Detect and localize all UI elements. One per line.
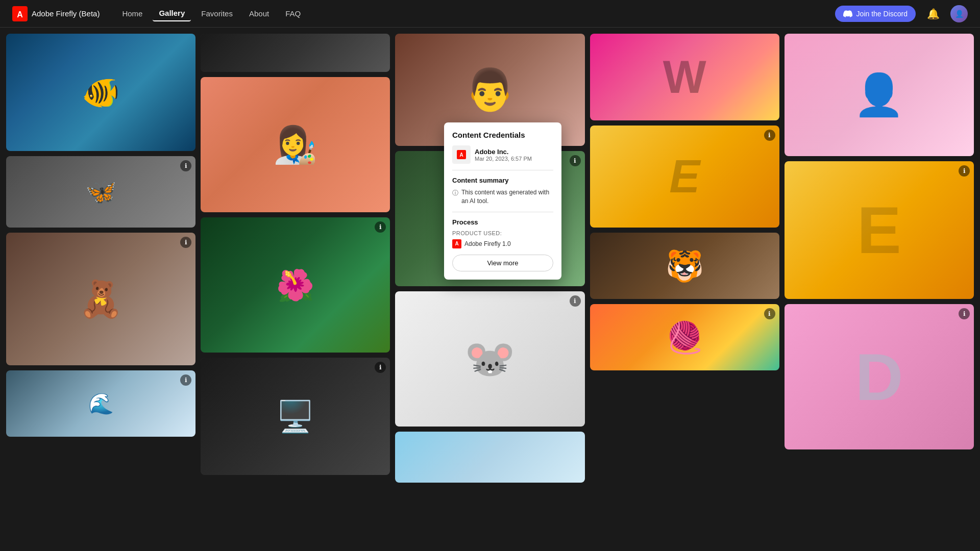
list-item[interactable] <box>590 233 779 299</box>
info-icon: ℹ <box>185 162 187 169</box>
list-item[interactable] <box>395 432 584 483</box>
gallery-container: ℹ ℹ ℹ <box>0 28 980 551</box>
nav-favorites[interactable]: Favorites <box>195 6 239 21</box>
adobe-mini-logo: A <box>457 150 466 159</box>
adobe-logo-icon: A <box>12 6 28 21</box>
notifications-button[interactable]: 🔔 <box>924 5 942 23</box>
list-item[interactable] <box>201 77 390 212</box>
nav-links: Home Gallery Favorites About FAQ <box>116 6 835 21</box>
author-avatar: A <box>452 145 471 164</box>
list-item[interactable] <box>201 34 390 72</box>
discord-btn-label: Join the Discord <box>856 10 908 18</box>
info-icon: ℹ <box>768 310 771 317</box>
nav-home[interactable]: Home <box>116 6 149 21</box>
content-summary-title: Content summary <box>452 177 553 184</box>
list-item[interactable]: ℹ <box>785 304 974 449</box>
top-nav: A Adobe Firefly (Beta) Home Gallery Favo… <box>0 0 980 28</box>
nav-right: Join the Discord 🔔 👤 <box>835 5 968 23</box>
process-title: Process <box>452 218 553 226</box>
author-info: Adobe Inc. Mar 20, 2023, 6:57 PM <box>475 148 532 162</box>
app-title: Adobe Firefly (Beta) <box>32 9 100 18</box>
content-summary-text: This content was generated with an AI to… <box>461 188 553 206</box>
gallery-col-1: ℹ ℹ ℹ <box>6 34 195 437</box>
adobe-product-icon: A <box>452 239 461 248</box>
product-label: PRODUCT USED: <box>452 230 553 236</box>
nav-gallery[interactable]: Gallery <box>153 6 191 21</box>
list-item[interactable]: ℹ <box>201 217 390 353</box>
info-icon: ℹ <box>379 223 382 231</box>
credentials-title: Content Credentials <box>452 131 553 139</box>
nav-about[interactable]: About <box>243 6 275 21</box>
product-name: Adobe Firefly 1.0 <box>464 240 511 247</box>
avatar-initials: 👤 <box>955 10 964 18</box>
list-item[interactable]: ℹ <box>590 126 779 228</box>
bell-icon: 🔔 <box>927 8 940 20</box>
discord-button[interactable]: Join the Discord <box>835 6 916 22</box>
discord-icon <box>843 9 852 18</box>
info-button[interactable]: ℹ <box>570 295 581 307</box>
svg-text:A: A <box>17 10 23 19</box>
info-icon: ℹ <box>574 157 576 164</box>
info-icon: ℹ <box>379 364 382 371</box>
view-more-button[interactable]: View more <box>452 255 553 271</box>
credentials-popup: Content Credentials A Adobe Inc. Mar 20,… <box>444 122 561 280</box>
info-icon: ℹ <box>574 297 576 305</box>
info-icon: ℹ <box>185 239 187 246</box>
credentials-product: A Adobe Firefly 1.0 <box>452 239 553 248</box>
info-button[interactable]: ℹ <box>764 308 775 319</box>
info-circle-icon: ⓘ <box>452 189 458 197</box>
credentials-author: A Adobe Inc. Mar 20, 2023, 6:57 PM <box>452 145 553 170</box>
list-item[interactable]: ℹ <box>590 304 779 370</box>
gallery-col-5: ℹ ℹ <box>785 34 974 449</box>
list-item[interactable]: ℹ <box>395 291 584 427</box>
list-item[interactable]: ℹ <box>6 370 195 437</box>
list-item[interactable]: ℹ <box>785 161 974 299</box>
info-icon: ℹ <box>185 377 187 384</box>
info-button[interactable]: ℹ <box>959 165 970 177</box>
gallery-col-4: ℹ ℹ <box>590 34 779 370</box>
logo[interactable]: A Adobe Firefly (Beta) <box>12 6 100 21</box>
list-item[interactable]: ℹ <box>6 156 195 228</box>
info-button[interactable]: ℹ <box>764 130 775 141</box>
info-icon: ℹ <box>963 310 966 317</box>
list-item[interactable] <box>6 34 195 151</box>
list-item[interactable] <box>590 34 779 120</box>
author-date: Mar 20, 2023, 6:57 PM <box>475 156 532 162</box>
list-item[interactable]: ℹ <box>201 358 390 475</box>
nav-faq[interactable]: FAQ <box>279 6 307 21</box>
list-item[interactable] <box>785 34 974 156</box>
author-name: Adobe Inc. <box>475 148 532 156</box>
info-icon: ℹ <box>768 132 771 139</box>
info-icon: ℹ <box>963 167 966 174</box>
info-button[interactable]: ℹ <box>570 155 581 166</box>
list-item[interactable]: ℹ <box>6 233 195 365</box>
content-summary-section: ⓘ This content was generated with an AI … <box>452 188 553 212</box>
credentials-process: Process PRODUCT USED: A Adobe Firefly 1.… <box>452 218 553 248</box>
info-button[interactable]: ℹ <box>959 308 970 319</box>
user-avatar[interactable]: 👤 <box>950 5 968 22</box>
gallery-col-2: ℹ ℹ <box>201 34 390 475</box>
